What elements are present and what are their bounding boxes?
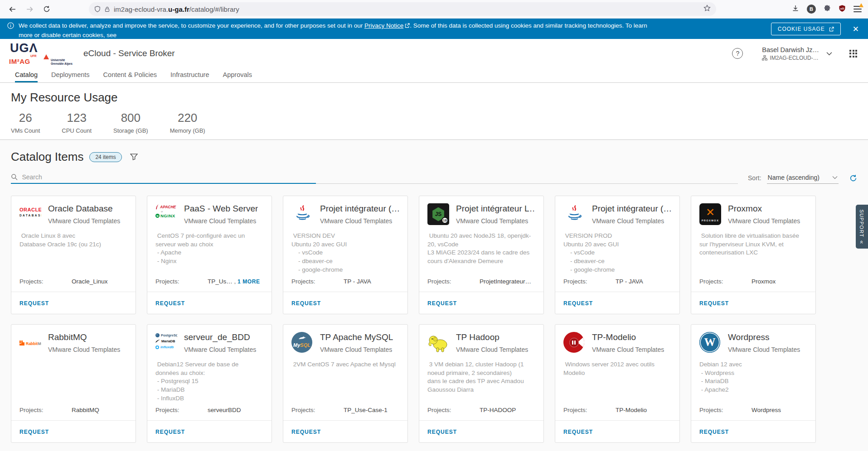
sort-select[interactable]: Name (ascending) <box>767 174 839 184</box>
download-icon[interactable] <box>792 5 799 14</box>
proxmox-icon: ✕PROXMOX <box>699 203 721 225</box>
card-vendor: VMware Cloud Templates <box>48 346 120 353</box>
filter-icon[interactable] <box>130 154 138 160</box>
card-projects-label: Projects: <box>155 278 208 285</box>
card-title[interactable]: Oracle Database <box>48 204 120 214</box>
catalog-card: JS18 Projet intégrateur L… VMware Cloud … <box>419 196 544 314</box>
cookie-banner: We collect data to deliver, analyze and … <box>0 19 868 39</box>
address-bar[interactable]: im2ag-ecloud-vra.u-ga.fr/catalog/#/libra… <box>89 2 716 16</box>
card-title[interactable]: RabbitMQ <box>48 332 120 342</box>
browser-reload-button[interactable] <box>43 5 51 13</box>
card-description: Oracle Linux 8 avec Database Oracle 19c … <box>19 232 127 249</box>
card-title[interactable]: TP-Modelio <box>592 332 664 342</box>
uga-im2ag-logo: UGΛ UFR IM²AG UniversitéGrenoble Alpes <box>9 41 63 66</box>
tracking-shield-icon <box>94 5 101 13</box>
tab-content-policies[interactable]: Content & Policies <box>103 68 157 82</box>
card-vendor: VMware Cloud Templates <box>184 346 256 353</box>
request-button[interactable]: REQUEST <box>427 429 457 435</box>
catalog-card: W Wordpress VMware Cloud Templates Debia… <box>691 324 816 443</box>
help-icon[interactable]: ? <box>732 48 743 59</box>
browser-back-button[interactable] <box>8 5 16 13</box>
card-title[interactable]: TP Apache MySQL <box>320 332 393 342</box>
card-description: Solution libre de virtualisation basée s… <box>699 232 807 257</box>
privacy-notice-link[interactable]: Privacy Notice <box>364 22 403 29</box>
request-button[interactable]: REQUEST <box>563 429 593 435</box>
ublock-shield-icon[interactable]: uO <box>839 5 846 14</box>
card-description: 3 VM debian 12, cluster Hadoop (1 noeud … <box>427 360 535 394</box>
card-projects-value: Wordpress <box>752 407 781 413</box>
browser-forward-button[interactable] <box>25 5 34 13</box>
java-icon <box>563 203 585 225</box>
refresh-icon[interactable] <box>849 174 857 184</box>
lock-icon <box>104 6 110 13</box>
card-title[interactable]: Proxmox <box>728 204 800 214</box>
bookmark-star-icon[interactable] <box>703 5 711 14</box>
cookie-close-icon[interactable]: ✕ <box>853 25 859 33</box>
card-vendor: VMware Cloud Templates <box>728 346 800 353</box>
browser-account-avatar[interactable]: B <box>807 5 816 14</box>
request-button[interactable]: REQUEST <box>155 300 185 307</box>
java-icon <box>291 203 313 225</box>
stat-memory: 220 Memory (GB) <box>170 111 205 134</box>
stat-value: 26 <box>11 111 40 125</box>
card-title[interactable]: Projet intégrateur (… <box>320 204 399 214</box>
request-button[interactable]: REQUEST <box>427 300 457 307</box>
svg-text:uO: uO <box>840 7 844 10</box>
card-description: Debian12 Serveur de base de données au c… <box>155 360 263 403</box>
cookie-usage-button-label: COOKIE USAGE <box>778 26 825 32</box>
cookie-usage-button[interactable]: COOKIE USAGE <box>771 23 841 35</box>
external-link-icon <box>829 27 834 32</box>
catalog-card: Projet intégrateur (… VMware Cloud Templ… <box>555 196 680 314</box>
nodejs-icon: JS18 <box>427 203 449 225</box>
tab-deployments[interactable]: Deployments <box>51 68 90 82</box>
catalog-card: ORACLEDATABASE Oracle Database VMware Cl… <box>11 196 136 314</box>
request-button[interactable]: REQUEST <box>291 429 321 435</box>
app-switcher-icon[interactable] <box>849 50 857 58</box>
card-title[interactable]: TP Hadoop <box>456 332 528 342</box>
card-vendor: VMware Cloud Templates <box>456 346 528 353</box>
card-projects-label: Projects: <box>699 407 752 413</box>
tab-catalog[interactable]: Catalog <box>15 68 38 82</box>
menu-hamburger-icon[interactable] <box>853 6 862 12</box>
request-button[interactable]: REQUEST <box>563 300 593 307</box>
card-projects-value: TP - JAVA <box>344 278 371 285</box>
card-projects-value: TP - JAVA <box>616 278 643 285</box>
tab-infrastructure[interactable]: Infrastructure <box>170 68 209 82</box>
tab-approvals[interactable]: Approvals <box>223 68 252 82</box>
card-title[interactable]: serveur_de_BDD <box>184 332 256 342</box>
request-button[interactable]: REQUEST <box>19 429 49 435</box>
extensions-puzzle-icon[interactable] <box>824 5 831 14</box>
request-button[interactable]: REQUEST <box>155 429 185 435</box>
card-vendor: VMware Cloud Templates <box>184 217 258 225</box>
db-stack-icon: PostgreSQLMariaDBinfluxdb <box>155 332 177 354</box>
card-projects-label: Projects: <box>563 278 616 285</box>
user-menu[interactable]: Basel Darwish Jz… IM2AG-ECLOUD-… <box>762 46 819 61</box>
card-projects-more-link[interactable]: 1 MORE <box>238 278 260 285</box>
main-nav-tabs: Catalog Deployments Content & Policies I… <box>0 68 868 83</box>
card-projects-value: Proxmox <box>752 278 776 285</box>
card-vendor: VMware Cloud Templates <box>592 346 664 353</box>
catalog-card: Projet intégrateur (… VMware Cloud Templ… <box>283 196 408 314</box>
toolbar-divider <box>316 171 738 184</box>
items-count-badge: 24 items <box>89 152 121 162</box>
org-name: IM2AG-ECLOUD-… <box>770 55 818 61</box>
chevron-down-icon[interactable] <box>826 49 832 58</box>
search-input[interactable] <box>22 173 316 181</box>
request-button[interactable]: REQUEST <box>291 300 321 307</box>
card-description: Ubuntu 20 avec NodeJS 18, openjdk-20, vs… <box>427 232 535 266</box>
app-title: eCloud - Service Broker <box>83 48 175 58</box>
request-button[interactable]: REQUEST <box>19 300 49 307</box>
apache-nginx-icon: APACHEorNNGINX <box>155 203 177 225</box>
support-tab[interactable]: SUPPORT « <box>856 205 868 249</box>
stat-cpu: 123 CPU Count <box>62 111 92 134</box>
card-title[interactable]: Projet intégrateur (… <box>592 204 671 214</box>
support-tab-label: SUPPORT <box>859 210 865 237</box>
request-button[interactable]: REQUEST <box>699 300 729 307</box>
card-title[interactable]: Projet intégrateur L… <box>456 204 535 214</box>
card-title[interactable]: PaaS - Web Server <box>184 204 258 214</box>
card-title[interactable]: Wordpress <box>728 332 800 342</box>
request-button[interactable]: REQUEST <box>699 429 729 435</box>
card-projects-value: RabbitMQ <box>72 407 99 413</box>
card-projects-label: Projects: <box>699 278 752 285</box>
stat-value: 800 <box>113 111 148 125</box>
